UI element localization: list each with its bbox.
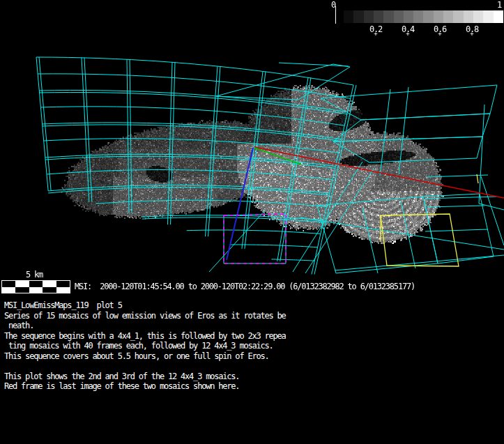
colorbar-gradient — [344, 10, 503, 23]
caption-line: Series of 15 mosaics of low emission vie… — [4, 311, 286, 321]
colorbar-zero-tick — [335, 6, 336, 24]
caption-line: The sequence begins with a 4x4_1, this i… — [4, 331, 286, 342]
caption-line — [4, 361, 286, 372]
msi-plot-window: { "colorbar": { "min_label": "0", "max_l… — [0, 0, 504, 444]
caption-line: This plot shows the 2nd and 3rd of the 1… — [4, 372, 286, 382]
mosaic-wireframe-overlay — [0, 0, 504, 279]
colorbar: 0 1 0.2 0.4 0.6 0.8 + + + + — [328, 0, 504, 38]
status-line: MSI: 2000-120T01:45:54.00 to 2000-120T02… — [75, 282, 415, 291]
colorbar-tick-mark: + — [470, 31, 473, 36]
colorbar-max-label: 1 — [497, 0, 501, 10]
caption-line: Red frame is last image of these two mos… — [4, 381, 286, 392]
render-viewport — [0, 0, 504, 279]
colorbar-tick-mark: + — [374, 31, 377, 36]
colorbar-tick-mark: + — [438, 31, 441, 36]
caption-line: neath. — [4, 321, 286, 331]
colorbar-tick-mark: + — [406, 31, 409, 36]
caption-line: ting mosaics with 40 frames each, follow… — [4, 341, 286, 351]
scale-bar — [1, 280, 70, 293]
scale-bar-label: 5 km — [26, 270, 43, 280]
caption-line: This sequence covers about 5.5 hours, or… — [4, 351, 286, 362]
caption: MSI_LowEmissMaps_119 plot 5 Series of 15… — [4, 300, 286, 392]
caption-title: MSI_LowEmissMaps_119 plot 5 — [4, 300, 286, 311]
